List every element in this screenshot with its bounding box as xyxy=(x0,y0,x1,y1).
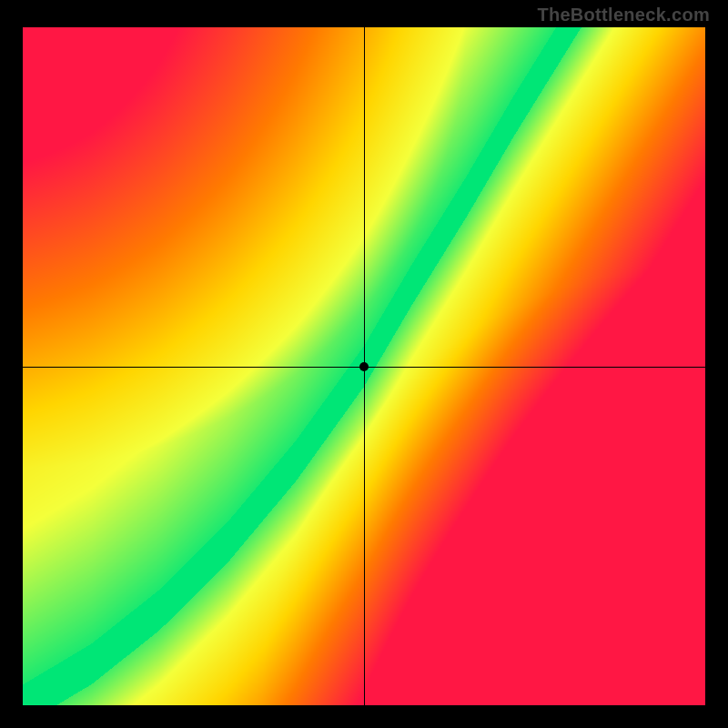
plot-area xyxy=(23,27,705,705)
center-marker-dot xyxy=(359,362,369,371)
chart-frame: TheBottleneck.com xyxy=(0,0,728,728)
attribution-text: TheBottleneck.com xyxy=(537,5,710,25)
